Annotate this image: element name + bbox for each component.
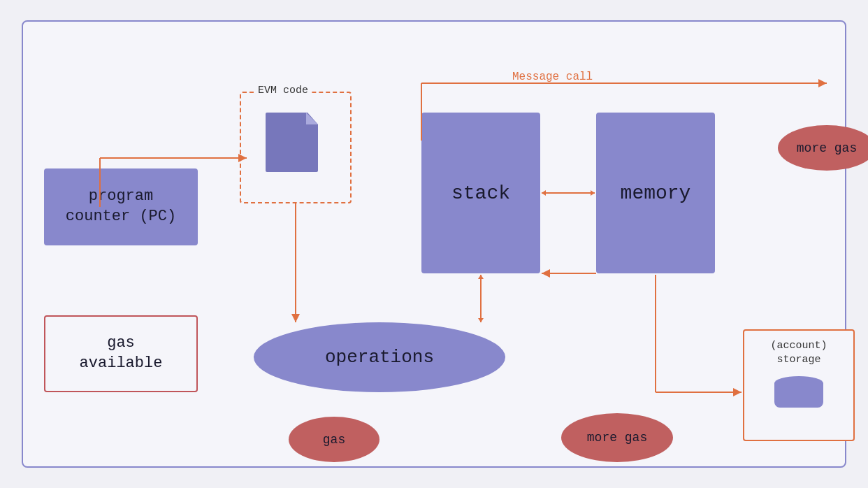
memory-box: memory (596, 113, 715, 273)
program-counter-label: programcounter (PC) (66, 187, 176, 227)
more-gas-top-ellipse: more gas (778, 125, 868, 171)
svg-marker-5 (591, 190, 595, 196)
more-gas-top-label: more gas (797, 141, 857, 155)
operations-label: operations (325, 347, 434, 368)
gas-ellipse-bottom: gas (289, 417, 379, 462)
svg-marker-4 (542, 190, 546, 196)
svg-marker-7 (478, 275, 484, 279)
message-call-label: Message call (512, 71, 593, 83)
more-gas-bottom-ellipse: more gas (561, 413, 673, 462)
program-counter-box: programcounter (PC) (44, 168, 198, 245)
gas-available-label: gasavailable (80, 333, 163, 373)
evm-code-box: EVM code (240, 92, 352, 203)
svg-marker-8 (478, 318, 484, 322)
account-storage-label: (account)storage (770, 339, 827, 366)
more-gas-bottom-label: more gas (587, 431, 647, 445)
account-storage-box: (account)storage (743, 329, 855, 441)
diagram-container: Message call programcounter (PC) gasavai… (22, 20, 846, 468)
evm-code-label: EVM code (255, 85, 311, 96)
gas-available-box: gasavailable (44, 315, 198, 392)
memory-label: memory (621, 182, 691, 204)
database-icon (774, 376, 823, 415)
stack-box: stack (421, 113, 540, 273)
stack-label: stack (451, 182, 510, 204)
gas-bottom-label: gas (323, 433, 345, 447)
operations-ellipse: operations (254, 322, 505, 392)
